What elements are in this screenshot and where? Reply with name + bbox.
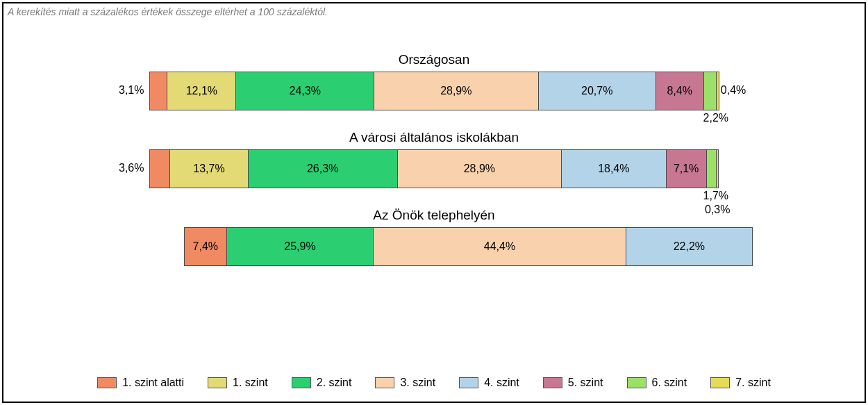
legend-swatch [459,377,478,388]
bar-segment: 8,4% [656,72,704,110]
rounding-note: A kerekítés miatt a százalékos értékek ö… [8,6,328,17]
segment-label: 24,3% [290,85,321,97]
legend-item: 4. szint [459,377,519,389]
legend-label: 6. szint [652,377,687,389]
segment-label: 7,1% [674,163,699,175]
segment-label: 8,4% [667,85,692,97]
bar-segment: 44,4% [374,228,626,265]
bar-segment: 24,3% [236,72,374,110]
bar-segment [150,150,170,188]
bar-segment [704,72,717,110]
segment-label-outside: 3,6% [119,162,144,174]
chart-row: Az Önök telephelyén7,4%25,9%44,4%22,2% [3,208,865,266]
legend-swatch [97,377,117,388]
segment-label: 7,4% [193,240,218,253]
bar-segment: 22,2% [626,228,753,265]
chart-area: Országosan3,1%2,2%0,4%12,1%24,3%28,9%20,… [3,52,865,286]
bar-segment: 13,7% [170,150,248,188]
legend-label: 7. szint [735,377,771,389]
bar-segment [150,72,167,110]
legend-label: 1. szint [233,377,268,389]
row-title: Országosan [3,52,865,67]
segment-label-outside: 2,2% [703,112,728,124]
row-title: Az Önök telephelyén [3,208,865,223]
segment-label-outside: 0,4% [721,84,746,97]
legend-swatch [208,377,227,388]
legend-swatch [543,377,562,388]
legend-label: 3. szint [400,377,435,389]
segment-label: 44,4% [484,240,515,253]
bar-wrap: 3,6%1,7%0,3%13,7%26,3%28,9%18,4%7,1% [149,149,719,188]
legend-label: 2. szint [317,377,352,389]
legend-item: 3. szint [375,377,435,389]
bar-segment: 20,7% [539,72,656,110]
bar-segment [717,72,719,110]
row-title: A városi általános iskolákban [3,130,865,145]
legend-item: 7. szint [710,377,771,389]
segment-label: 22,2% [674,240,705,253]
segment-label: 12,1% [186,85,217,97]
bar-segment [707,150,717,188]
legend-label: 1. szint alatti [122,377,184,389]
stacked-bar: 13,7%26,3%28,9%18,4%7,1% [149,149,719,188]
legend-item: 1. szint alatti [97,377,184,389]
segment-label-outside: 1,7% [703,190,728,202]
segment-label: 25,9% [284,240,315,253]
bar-segment: 28,9% [374,72,538,110]
bar-segment: 18,4% [562,150,667,188]
segment-label: 28,9% [464,163,495,175]
bar-segment: 12,1% [167,72,236,110]
legend: 1. szint alatti1. szint2. szint3. szint4… [3,377,865,389]
stacked-bar: 7,4%25,9%44,4%22,2% [184,227,753,266]
legend-item: 6. szint [627,377,687,389]
chart-row: A városi általános iskolákban3,6%1,7%0,3… [3,130,865,188]
legend-swatch [710,377,730,388]
legend-item: 2. szint [292,377,352,389]
stacked-bar: 12,1%24,3%28,9%20,7%8,4% [149,72,719,110]
chart-row: Országosan3,1%2,2%0,4%12,1%24,3%28,9%20,… [3,52,865,110]
legend-swatch [292,377,311,388]
segment-label-outside: 3,1% [119,84,144,97]
bar-segment: 7,1% [667,150,707,188]
segment-label: 13,7% [193,163,224,175]
legend-label: 5. szint [568,377,603,389]
legend-item: 5. szint [543,377,603,389]
segment-label: 26,3% [307,163,338,175]
bar-wrap: 7,4%25,9%44,4%22,2% [149,227,719,266]
segment-label: 18,4% [598,163,629,175]
bar-segment: 7,4% [185,228,227,265]
bar-segment: 26,3% [249,150,398,188]
segment-label-outside: 0,3% [705,204,730,216]
bar-segment: 28,9% [398,150,562,188]
segment-label: 20,7% [581,85,612,97]
legend-swatch [375,377,394,388]
legend-swatch [627,377,646,388]
legend-item: 1. szint [208,377,268,389]
bar-segment [717,150,718,188]
chart-frame: A kerekítés miatt a százalékos értékek ö… [2,2,866,403]
bar-wrap: 3,1%2,2%0,4%12,1%24,3%28,9%20,7%8,4% [149,72,719,110]
bar-segment: 25,9% [227,228,374,265]
segment-label: 28,9% [440,85,471,97]
legend-label: 4. szint [484,377,519,389]
